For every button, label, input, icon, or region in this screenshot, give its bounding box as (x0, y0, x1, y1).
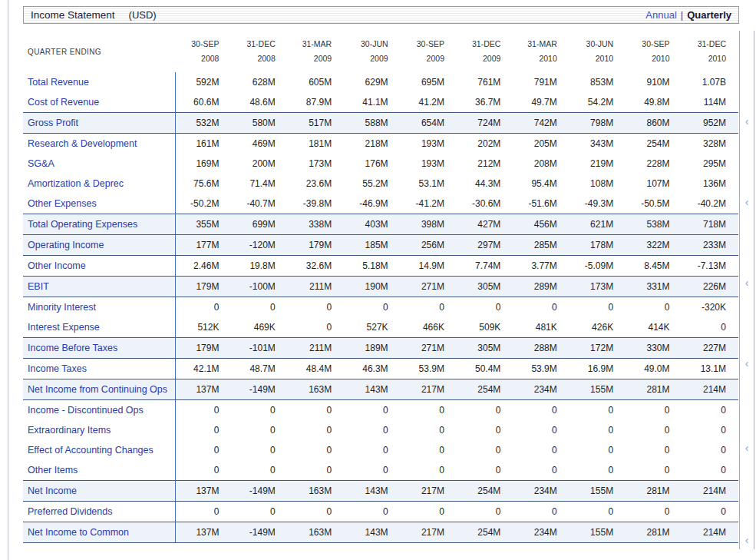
value-cell: 48.7M (231, 359, 287, 379)
scroll-left-chevron-icon[interactable]: ‹ (742, 357, 751, 369)
scroll-left-chevron-icon[interactable]: ‹ (742, 277, 751, 289)
value-cell: -30.6M (457, 194, 513, 214)
value-cell: 53.9M (513, 359, 569, 379)
value-cell: 0 (288, 440, 344, 460)
value-cell: 202M (457, 134, 513, 154)
column-header-row: QUARTER ENDING 30-SEP200831-DEC200831-MA… (23, 31, 738, 72)
row-label-link[interactable]: Extraordinary Items (23, 420, 175, 440)
value-cell: 107M (626, 174, 682, 194)
value-cell: 200M (231, 154, 287, 174)
value-cell: 0 (626, 400, 682, 421)
row-label-link[interactable]: Research & Development (23, 134, 175, 154)
row-label-link[interactable]: Total Operating Expenses (23, 214, 175, 235)
value-cell: 512K (175, 317, 231, 338)
row-label-link[interactable]: Preferred Dividends (23, 502, 175, 522)
value-cell: 629M (344, 72, 400, 92)
row-label-link[interactable]: Other Income (23, 256, 175, 277)
value-cell: 179M (175, 338, 231, 359)
value-cell: 791M (513, 72, 569, 92)
value-cell: -49.3M (569, 194, 626, 214)
row-label-link[interactable]: Income Taxes (23, 359, 175, 379)
value-cell: 0 (288, 297, 344, 318)
value-cell: 155M (569, 522, 626, 543)
value-cell: 0 (513, 420, 569, 440)
row-label-link[interactable]: Cost of Revenue (23, 92, 175, 113)
value-cell: 71.4M (231, 174, 287, 194)
scroll-left-chevron-icon[interactable]: ‹ (742, 534, 751, 546)
value-cell: 44.3M (457, 174, 513, 194)
value-cell: 190M (344, 277, 400, 297)
value-cell: 75.6M (175, 174, 231, 194)
value-cell: 0 (231, 440, 287, 460)
row-label-link[interactable]: Other Expenses (23, 194, 175, 214)
column-header-year: 2009 (457, 51, 500, 66)
value-cell: 509K (457, 317, 513, 338)
table-row: Total Operating Expenses355M699M338M403M… (23, 214, 738, 235)
value-cell: 19.8M (231, 256, 287, 277)
row-label-link[interactable]: Effect of Accounting Changes (23, 440, 175, 460)
value-cell: -51.6M (513, 194, 569, 214)
value-cell: 0 (513, 502, 569, 522)
value-cell: 0 (513, 297, 569, 318)
value-cell: 0 (288, 420, 344, 440)
value-cell: 0 (682, 420, 738, 440)
value-cell: 0 (288, 400, 344, 421)
value-cell: 53.1M (401, 174, 457, 194)
row-label-link[interactable]: Other Items (23, 460, 175, 481)
value-cell: 173M (569, 277, 626, 297)
scroll-left-chevron-icon[interactable]: ‹ (742, 196, 751, 208)
value-cell: 271M (401, 338, 457, 359)
row-label-link[interactable]: Interest Expense (23, 317, 175, 338)
value-cell: 48.4M (288, 359, 344, 379)
annual-view-link[interactable]: Annual (645, 9, 676, 21)
value-cell: 0 (175, 400, 231, 421)
row-label-link[interactable]: Net Income to Common (23, 522, 175, 543)
page-title: Income Statement (31, 9, 115, 21)
quarterly-view-link[interactable]: Quarterly (687, 9, 731, 21)
value-cell: 179M (175, 277, 231, 297)
value-cell: 193M (401, 154, 457, 174)
column-header-year: 2010 (626, 51, 669, 66)
row-label-link[interactable]: Net Income (23, 481, 175, 502)
value-cell: 0 (626, 460, 682, 481)
value-cell: 517M (288, 113, 344, 134)
row-label-link[interactable]: Net Income from Continuing Ops (23, 379, 175, 400)
column-header-month: 30-JUN (570, 37, 613, 51)
value-cell: 163M (288, 481, 344, 502)
row-label-link[interactable]: Minority Interest (23, 297, 175, 318)
value-cell: 0 (626, 502, 682, 522)
value-cell: 87.9M (288, 92, 344, 113)
row-label-link[interactable]: Income - Discontinued Ops (23, 400, 175, 421)
value-cell: 588M (344, 113, 400, 134)
row-label-link[interactable]: Operating Income (23, 235, 175, 256)
scroll-left-chevron-icon[interactable]: ‹ (742, 115, 751, 128)
scroll-left-chevron-icon[interactable]: ‹ (742, 442, 751, 454)
value-cell: 137M (175, 522, 231, 543)
value-cell: 0 (344, 460, 400, 481)
value-cell: -120M (231, 235, 287, 256)
value-cell: 205M (513, 134, 569, 154)
value-cell: 2.46M (175, 256, 231, 277)
column-header-year: 2009 (289, 51, 332, 66)
row-label-link[interactable]: SG&A (23, 154, 175, 174)
value-cell: 0 (401, 460, 457, 481)
column-header: 31-MAR2010 (513, 31, 569, 72)
quarter-ending-header: QUARTER ENDING (23, 31, 175, 72)
row-label-link[interactable]: Total Revenue (23, 72, 175, 92)
value-cell: 0 (457, 460, 513, 481)
row-label-link[interactable]: Income Before Taxes (23, 338, 175, 359)
value-cell: 226M (682, 277, 738, 297)
value-cell: 212M (457, 154, 513, 174)
value-cell: 281M (626, 481, 682, 502)
value-cell: 426K (569, 317, 626, 338)
column-header: 30-SEP2009 (401, 31, 457, 72)
row-label-link[interactable]: Gross Profit (23, 113, 175, 134)
value-cell: 5.18M (344, 256, 400, 277)
value-cell: 0 (175, 297, 231, 318)
value-cell: 0 (682, 502, 738, 522)
value-cell: 137M (175, 481, 231, 502)
value-cell: 193M (401, 134, 457, 154)
value-cell: 469K (231, 317, 287, 338)
row-label-link[interactable]: Amortization & Deprec (23, 174, 175, 194)
row-label-link[interactable]: EBIT (23, 277, 175, 297)
